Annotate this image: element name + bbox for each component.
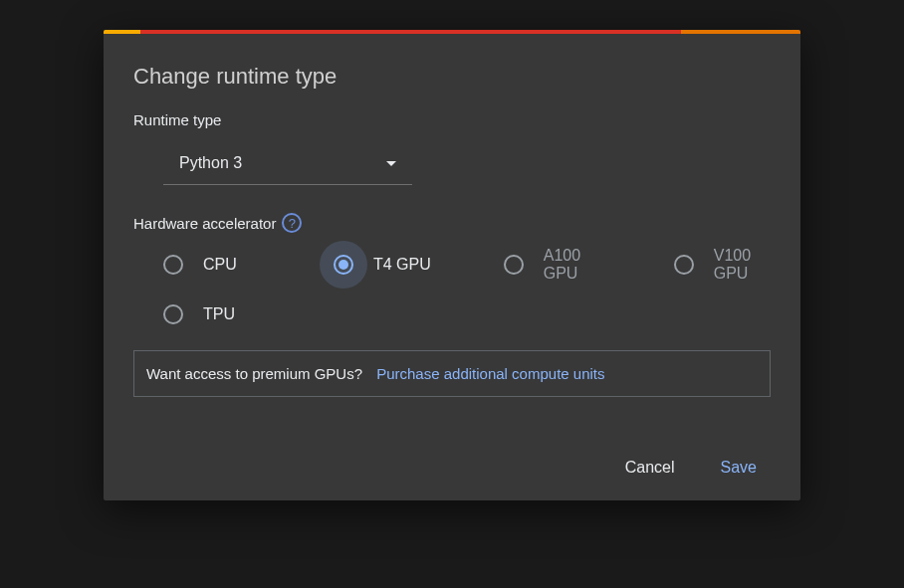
radio-icon <box>674 255 694 275</box>
accelerator-radio-v100-gpu[interactable]: V100 GPU <box>674 247 789 283</box>
dialog-content: Change runtime type Runtime type Python … <box>104 34 800 500</box>
accelerator-radio-cpu[interactable]: CPU <box>163 247 278 283</box>
radio-icon <box>163 255 183 275</box>
radio-label: TPU <box>203 305 235 323</box>
hardware-accelerator-label: Hardware accelerator ? <box>133 213 771 233</box>
radio-label: T4 GPU <box>373 256 431 274</box>
radio-icon <box>163 304 183 324</box>
radio-icon <box>504 255 524 275</box>
radio-icon <box>334 255 353 275</box>
accelerator-radio-tpu[interactable]: TPU <box>163 304 278 324</box>
radio-label: CPU <box>203 256 237 274</box>
accent-bar-segment <box>681 30 800 34</box>
chevron-down-icon <box>386 161 396 166</box>
purchase-compute-units-link[interactable]: Purchase additional compute units <box>376 365 604 382</box>
save-button[interactable]: Save <box>717 453 761 483</box>
dialog-title: Change runtime type <box>133 64 771 90</box>
accent-bar-segment <box>104 30 140 34</box>
runtime-settings-dialog: Change runtime type Runtime type Python … <box>104 30 800 500</box>
upsell-text: Want access to premium GPUs? <box>146 365 362 382</box>
accent-bar <box>104 30 800 34</box>
runtime-type-dropdown[interactable]: Python 3 <box>163 142 412 185</box>
accelerator-radio-a100-gpu[interactable]: A100 GPU <box>504 247 618 283</box>
help-icon[interactable]: ? <box>282 213 302 233</box>
accelerator-radio-t4-gpu[interactable]: T4 GPU <box>334 247 448 283</box>
accelerator-options: CPU T4 GPU A100 GPU V100 GPU <box>163 247 771 324</box>
runtime-type-value: Python 3 <box>179 154 242 172</box>
radio-label: A100 GPU <box>544 247 618 283</box>
cancel-button[interactable]: Cancel <box>621 453 679 483</box>
runtime-type-label: Runtime type <box>133 111 771 128</box>
dialog-actions: Cancel Save <box>133 453 771 483</box>
accent-bar-segment <box>140 30 681 34</box>
hardware-accelerator-label-text: Hardware accelerator <box>133 215 276 232</box>
radio-label: V100 GPU <box>714 247 789 283</box>
premium-gpu-upsell: Want access to premium GPUs? Purchase ad… <box>133 350 771 397</box>
